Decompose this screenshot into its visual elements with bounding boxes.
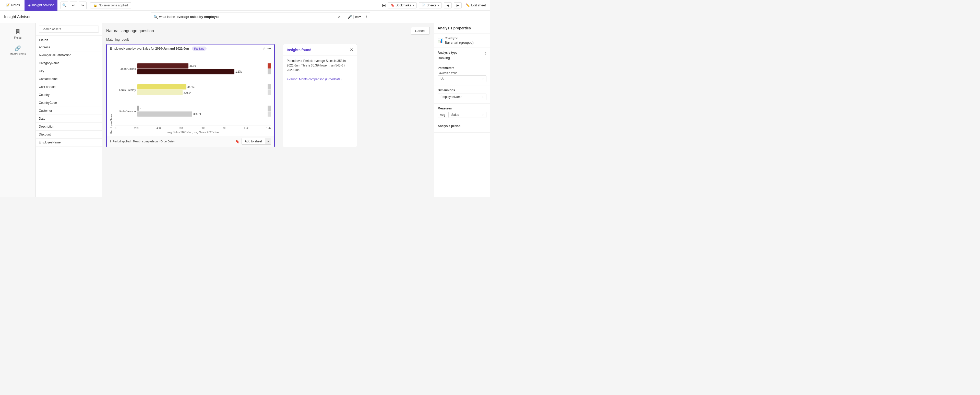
add-to-sheet-arrow[interactable]: ▾ (265, 138, 271, 144)
add-to-sheet-btn[interactable]: Add to sheet ▾ (242, 138, 271, 145)
bar-row-2: 1.27k (137, 69, 265, 74)
edit-sheet-btn[interactable]: ✏️ Edit sheet (464, 2, 488, 8)
sidebar-item-fields[interactable]: 🗄 Fields (0, 27, 35, 41)
x-tick-600: 600 (179, 127, 183, 130)
chart-title: EmployeeName by avg Sales for 2020-Jun a… (110, 47, 189, 50)
bar-joan-2021 (137, 63, 188, 69)
bar-name-rob-carsson: Rob Carsson (115, 110, 136, 113)
second-bar: Insight Advisor 🔍 what is the average sa… (0, 11, 490, 23)
insights-panel: Insights found ✕ Period over Period: ave… (283, 44, 357, 147)
rp-favorable-trend-label: Favorable trend (438, 71, 487, 74)
assets-list-item[interactable]: Cost of Sale (36, 83, 102, 91)
right-panel-title: Analysis properties (434, 23, 490, 34)
insight-advisor-label: Insight Advisor (32, 3, 54, 7)
search-mic-btn[interactable]: 🎤 (347, 15, 352, 19)
rp-dimensions-label: Dimensions (438, 88, 487, 92)
assets-list-item[interactable]: Date (36, 115, 102, 123)
assets-list-item[interactable]: AverageCallSatisfaction (36, 51, 102, 59)
assets-list-item[interactable]: Description (36, 123, 102, 131)
rp-parameters-section: Parameters Favorable trend Up › (434, 63, 490, 85)
assets-search-input[interactable] (39, 26, 99, 33)
bookmarks-btn[interactable]: 🔖 Bookmarks ▾ (388, 2, 417, 8)
insights-body: Period over Period: average Sales is 353… (283, 56, 357, 85)
rp-measure-main[interactable]: Sales › (449, 112, 487, 118)
tab-insight-advisor[interactable]: ◈ Insight Advisor (24, 0, 57, 11)
nlq-title: Natural language question (106, 29, 154, 33)
search-info-btn[interactable]: ℹ (364, 15, 368, 19)
main-content: Natural language question Cancel Matchin… (102, 23, 434, 197)
edit-icon: ✏️ (466, 3, 470, 7)
right-panel: Analysis properties 📊 Chart type Bar cha… (434, 23, 490, 197)
rp-dimensions-section: Dimensions EmployeeName › (434, 85, 490, 104)
insight-advisor-icon: ◈ (28, 3, 31, 7)
search-submit-btn[interactable]: → (342, 15, 346, 19)
period-bold: Month comparison (133, 140, 158, 143)
second-bar-title: Insight Advisor (4, 14, 31, 19)
bar-label-louis-2021: 347.69 (188, 86, 195, 88)
assets-list-item[interactable]: Country (36, 91, 102, 99)
insights-link[interactable]: >Period: Month comparison (OrderDate) (287, 77, 341, 81)
x-tick-800: 800 (201, 127, 205, 130)
sidebar-item-master-items[interactable]: 🔗 Master items (0, 43, 35, 58)
assets-list-item[interactable]: CategoryName (36, 59, 102, 67)
more-options-icon[interactable]: ••• (267, 46, 271, 51)
rp-measures-section: Measures Avg Sales › (434, 104, 490, 121)
sheets-label: Sheets (427, 3, 436, 7)
expand-icon[interactable]: ⤢ (262, 46, 265, 51)
search-lang-selector[interactable]: en ▾ (353, 15, 362, 19)
search-clear-btn[interactable]: ✕ (338, 15, 341, 19)
chart-container: EmployeeName Joan Collins 363.6 (110, 57, 271, 134)
bar-louis-2020 (137, 90, 183, 95)
nav-prev-btn[interactable]: ◀ (444, 2, 452, 8)
bar-label-joan-2020: 1.27k (235, 70, 242, 73)
tool-redo-btn[interactable]: ↪ (79, 2, 87, 9)
assets-list-item[interactable]: CountryCode (36, 99, 102, 107)
rp-dimension-value: EmployeeName (441, 95, 462, 99)
add-to-sheet-label[interactable]: Add to sheet (242, 138, 265, 144)
assets-list-item[interactable]: EmployeeName (36, 139, 102, 147)
bar-name-joan-collins: Joan Collins (115, 67, 136, 70)
assets-list-item[interactable]: Discount (36, 131, 102, 139)
master-items-icon: 🔗 (14, 45, 21, 51)
tool-search-btn[interactable]: 🔍 (60, 2, 68, 9)
bar-tracks-rob-carsson: - 388.74 (137, 106, 265, 117)
rp-analysis-type-value: Ranking (438, 56, 487, 60)
sheets-btn[interactable]: 📄 Sheets ▾ (419, 2, 442, 8)
cancel-btn[interactable]: Cancel (411, 27, 430, 35)
bar-tracks-louis-presley: 347.69 320.54 (137, 84, 265, 95)
rp-dropdown-arrow: › (483, 77, 484, 80)
tool-undo-btn[interactable]: ↩ (70, 2, 77, 9)
bar-label-joan-2021: 363.6 (189, 64, 196, 67)
rp-chart-type-value: Bar chart (grouped) (445, 41, 474, 45)
rp-measure-row: Avg Sales › (438, 112, 487, 118)
insights-close-btn[interactable]: ✕ (350, 47, 353, 52)
assets-list-item[interactable]: Customer (36, 107, 102, 115)
save-insight-icon[interactable]: 🔖 (235, 139, 240, 144)
bar-name-louis-presley: Louis Presley (115, 88, 136, 91)
rp-chart-type: 📊 Chart type Bar chart (grouped) (438, 37, 487, 45)
rp-dimension-item[interactable]: EmployeeName › (438, 94, 487, 100)
analysis-type-help-icon[interactable]: ? (485, 52, 487, 56)
nav-next-btn[interactable]: ▶ (454, 2, 461, 8)
search-lang-chevron: ▾ (359, 15, 361, 19)
rp-favorable-trend-value: Up (441, 77, 444, 80)
rp-dimension-arrow: › (483, 95, 484, 99)
rp-analysis-type-section: Analysis type ? Ranking (434, 48, 490, 63)
bar-louis-2021 (137, 84, 186, 90)
rp-analysis-period-section: Analysis period (434, 121, 490, 133)
no-selections-indicator: 🔒 No selections applied (90, 2, 131, 8)
assets-list-item[interactable]: ContactName (36, 75, 102, 83)
assets-list-item[interactable]: City (36, 67, 102, 75)
search-bar: 🔍 what is the average sales by employee … (151, 13, 370, 21)
notes-label: Notes (11, 3, 20, 7)
assets-list-item[interactable]: Address (36, 43, 102, 51)
chart-card: EmployeeName by avg Sales for 2020-Jun a… (106, 44, 275, 147)
tab-notes[interactable]: 📝 Notes (2, 0, 24, 11)
search-query-bold: average sales by employee (177, 15, 220, 19)
rp-analysis-type: Analysis type ? (438, 51, 487, 56)
rp-favorable-trend-dropdown[interactable]: Up › (438, 75, 487, 82)
grid-icon[interactable]: ⊞ (382, 3, 386, 8)
assets-list: AddressAverageCallSatisfactionCategoryNa… (36, 43, 102, 197)
rp-measure-arrow: › (483, 113, 484, 117)
bar-group-rob-carsson: Rob Carsson - 388.74 (115, 106, 271, 117)
